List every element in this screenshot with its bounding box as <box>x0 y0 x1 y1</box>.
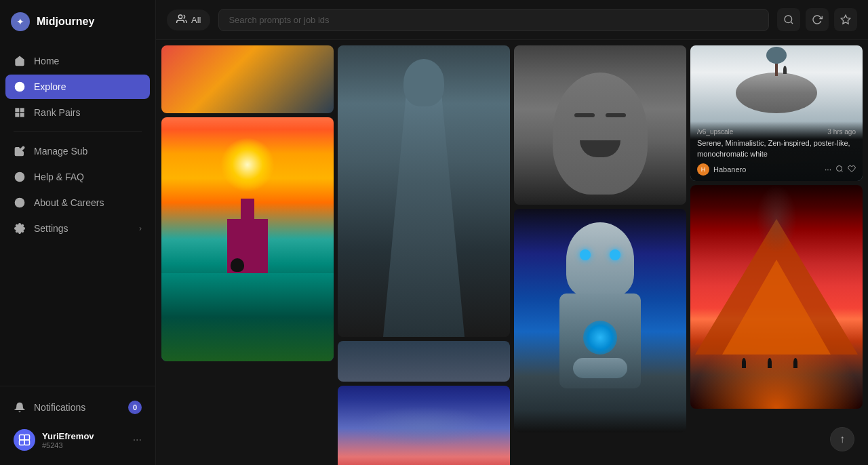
svg-rect-12 <box>20 435 25 441</box>
user-id: #5243 <box>42 441 126 449</box>
overlay-avatar: H <box>697 163 709 176</box>
sidebar-item-about-careers[interactable]: About & Careers <box>5 190 150 215</box>
sidebar-item-help-faq-label: Help & FAQ <box>34 171 84 182</box>
sidebar-item-rank-pairs-label: Rank Pairs <box>34 107 80 118</box>
sidebar: ✦ Midjourney Home Explore <box>0 0 156 465</box>
scroll-top-icon: ↑ <box>840 433 845 445</box>
help-icon <box>14 171 26 183</box>
search-action-button[interactable] <box>777 8 800 31</box>
overlay-command: /v6_upscale <box>697 128 733 136</box>
overlay-user: H Habanero ··· <box>697 163 856 176</box>
sparkle-action-button[interactable] <box>834 8 857 31</box>
topbar-actions <box>777 8 857 31</box>
scroll-top-button[interactable]: ↑ <box>830 427 854 451</box>
svg-point-20 <box>837 165 842 171</box>
gallery-item-pyramid[interactable] <box>690 185 863 409</box>
overlay-top: /v6_upscale 3 hrs ago <box>697 128 856 136</box>
svg-rect-3 <box>20 108 24 112</box>
rank-icon <box>14 106 26 119</box>
filter-label: All <box>191 15 201 25</box>
svg-line-18 <box>791 22 793 24</box>
logo-icon: ✦ <box>11 12 30 31</box>
user-row[interactable]: YuriEfremov #5243 ··· <box>5 423 150 457</box>
sidebar-item-explore[interactable]: Explore <box>5 75 150 99</box>
app-name: Midjourney <box>37 16 94 28</box>
gallery-item-top-strip[interactable] <box>161 45 334 113</box>
svg-rect-13 <box>24 435 30 441</box>
svg-rect-15 <box>24 440 30 445</box>
sidebar-bottom: Notifications 0 YuriEfremov #5243 ··· <box>0 386 155 465</box>
sidebar-item-rank-pairs[interactable]: Rank Pairs <box>5 100 150 125</box>
svg-marker-19 <box>841 15 850 24</box>
overlay-search-icon[interactable] <box>835 165 844 175</box>
chevron-right-icon: › <box>139 224 142 233</box>
gallery-item-floating-island[interactable]: /v6_upscale 3 hrs ago Serene, Minimalist… <box>690 45 863 181</box>
search-bar[interactable] <box>218 9 769 31</box>
gallery-item-castle[interactable] <box>161 117 334 361</box>
sidebar-item-settings[interactable]: Settings › <box>5 216 150 241</box>
settings-icon <box>14 222 26 235</box>
gallery-grid: /v6_upscale 3 hrs ago Serene, Minimalist… <box>161 45 863 465</box>
sidebar-item-home-label: Home <box>34 56 59 66</box>
gallery-item-robot[interactable] <box>514 209 686 432</box>
info-icon <box>14 197 26 209</box>
topbar: All <box>156 0 868 40</box>
svg-rect-14 <box>20 440 25 445</box>
overlay-prompt: Serene, Minimalistic, Zen-inspired, post… <box>697 138 856 159</box>
overlay-icons: ··· <box>825 165 856 175</box>
gallery-item-face[interactable] <box>514 45 686 205</box>
more-icon[interactable]: ··· <box>825 165 831 175</box>
notifications-item[interactable]: Notifications 0 <box>5 395 150 420</box>
sidebar-item-help-faq[interactable]: Help & FAQ <box>5 165 150 189</box>
notifications-badge: 0 <box>128 401 142 414</box>
svg-point-17 <box>785 16 792 23</box>
svg-point-16 <box>178 15 182 18</box>
refresh-action-button[interactable] <box>806 8 829 31</box>
svg-line-21 <box>841 170 842 171</box>
main-content: All <box>156 0 868 465</box>
people-icon <box>176 14 187 26</box>
overlay-time: 3 hrs ago <box>827 128 856 136</box>
avatar <box>14 429 35 451</box>
filter-button[interactable]: All <box>167 9 210 31</box>
bell-icon <box>14 401 26 413</box>
svg-rect-4 <box>20 113 24 117</box>
svg-rect-2 <box>16 108 19 112</box>
sidebar-item-manage-sub[interactable]: Manage Sub <box>5 139 150 163</box>
overlay-username: Habanero <box>713 165 821 174</box>
app-logo[interactable]: ✦ Midjourney <box>0 0 155 43</box>
user-info: YuriEfremov #5243 <box>42 431 126 449</box>
gallery-item-robe[interactable] <box>338 45 510 337</box>
sidebar-item-about-careers-label: About & Careers <box>34 197 104 208</box>
sidebar-item-settings-label: Settings <box>34 223 68 234</box>
svg-rect-5 <box>16 113 19 117</box>
notifications-label: Notifications <box>34 402 85 413</box>
user-more-button[interactable]: ··· <box>133 434 142 446</box>
user-name: YuriEfremov <box>42 431 126 441</box>
main-panel: All <box>156 0 868 465</box>
home-icon <box>14 55 26 67</box>
overlay-heart-icon[interactable] <box>848 165 856 175</box>
sidebar-item-manage-sub-label: Manage Sub <box>34 146 87 157</box>
sidebar-item-explore-label: Explore <box>34 81 66 92</box>
gallery[interactable]: /v6_upscale 3 hrs ago Serene, Minimalist… <box>156 40 868 465</box>
nav-divider-1 <box>14 132 142 132</box>
search-input[interactable] <box>218 9 769 31</box>
gallery-item-robe2[interactable] <box>338 341 510 382</box>
sidebar-item-home[interactable]: Home <box>5 49 150 73</box>
gallery-item-astronaut[interactable] <box>338 386 510 465</box>
compass-icon <box>14 81 26 93</box>
edit-icon <box>14 145 26 157</box>
sidebar-nav: Home Explore Rank Pairs <box>0 43 155 386</box>
